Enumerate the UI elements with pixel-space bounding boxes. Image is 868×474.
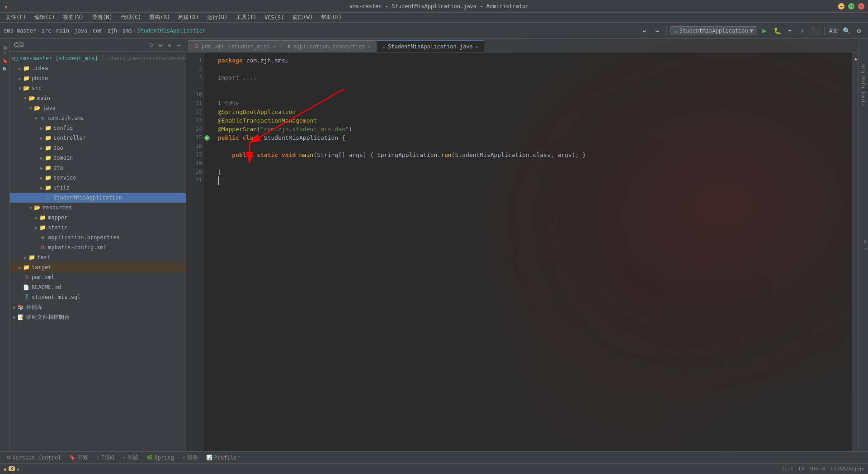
tree-scratches[interactable]: ▶ 📝 临时文件和控制台: [10, 312, 186, 322]
encoding-status[interactable]: LF: [799, 465, 805, 472]
tree-target[interactable]: ▶ 📁 target: [10, 262, 186, 272]
tree-controller[interactable]: ▶ 📁 controller: [10, 133, 186, 143]
run-button[interactable]: ▶: [759, 25, 770, 36]
scratches-arrow: ▶: [12, 315, 17, 320]
stop-button[interactable]: ⬛: [810, 25, 821, 36]
tree-package[interactable]: ▼ ◫ com.zjh.sms: [10, 113, 186, 123]
bookmarks-btn[interactable]: 🔖: [2, 58, 8, 63]
tree-test[interactable]: ▶ 📁 test: [10, 252, 186, 262]
app-selector[interactable]: ☕ StudentMisApplication ▼: [670, 26, 757, 35]
props-tab-close[interactable]: ✕: [368, 44, 370, 49]
tree-mybatis[interactable]: ▶ 🗒 mybatis-config.xml: [10, 242, 186, 252]
minimize-button[interactable]: —: [838, 3, 844, 9]
warning-status[interactable]: ▲ 3 ▲: [4, 466, 19, 472]
menu-refactor[interactable]: 重构(R): [146, 13, 174, 22]
menu-run[interactable]: 运行(U): [203, 13, 231, 22]
tree-app-props[interactable]: ▶ ⚙ application.properties: [10, 232, 186, 242]
problems-tab[interactable]: ⚠ 问题: [119, 453, 142, 462]
menu-tools[interactable]: 工具(T): [232, 13, 260, 22]
tree-static[interactable]: ▶ 📁 static: [10, 223, 186, 232]
tree-dto[interactable]: ▶ 📁 dto: [10, 163, 186, 173]
close-button[interactable]: ✕: [858, 3, 864, 9]
breadcrumb-java[interactable]: java: [75, 28, 88, 34]
panel-collapse-icon[interactable]: ⊟: [157, 42, 164, 49]
pom-tab-close[interactable]: ✕: [273, 44, 276, 49]
breadcrumb-src[interactable]: src: [41, 28, 51, 34]
menu-build[interactable]: 构建(B): [175, 13, 203, 22]
menu-vcs[interactable]: VCS(S): [261, 14, 288, 22]
coverage-button[interactable]: ☂: [784, 25, 795, 36]
tree-readme[interactable]: ▶ 📄 README.md: [10, 282, 186, 292]
breadcrumb-zjh[interactable]: zjh: [108, 28, 118, 34]
structure-btn[interactable]: ≡: [3, 50, 6, 55]
breadcrumb-sms-master[interactable]: sms-master: [4, 28, 36, 34]
redo-button[interactable]: ↪: [652, 25, 663, 36]
panel-settings-icon[interactable]: ⚙: [166, 42, 173, 49]
search-button[interactable]: 🔍: [841, 25, 852, 36]
menu-navigate[interactable]: 导航(N): [88, 13, 116, 22]
find-btn[interactable]: 🔍: [2, 67, 8, 72]
tab-props[interactable]: ⚙ application.properties ✕: [282, 40, 377, 52]
right-sidebar-icon-2[interactable]: ≡: [864, 246, 867, 251]
breadcrumb-sms[interactable]: sms: [123, 28, 132, 34]
menu-edit[interactable]: 编辑(E): [31, 13, 59, 22]
tree-resources[interactable]: ▼ 📂 resources: [10, 203, 186, 213]
panel-sync-icon[interactable]: ⟳: [148, 42, 155, 49]
code-editor[interactable]: 1 2 3 10 11 12 13 14 15 16 17 19 20 21: [186, 52, 858, 451]
info-status[interactable]: CSDN@Zhr行行: [830, 465, 864, 472]
services-tab[interactable]: ⚡ 服务: [179, 453, 202, 462]
tree-pom[interactable]: ▶ 🗒 pom.xml: [10, 272, 186, 282]
tree-config[interactable]: ▶ 📁 config: [10, 123, 186, 133]
code-content[interactable]: package com.zjh.sms; import ...; 1 个用法 @…: [212, 52, 852, 451]
code-line-1: package com.zjh.sms;: [218, 56, 846, 65]
tree-mapper[interactable]: ▶ 📁 mapper: [10, 213, 186, 223]
menu-help[interactable]: 帮助(H): [317, 13, 345, 22]
profiler-tab[interactable]: 📊 Profiler: [203, 453, 244, 462]
big-data-tools-label[interactable]: Big Data Tools: [859, 61, 867, 110]
version-control-tab[interactable]: ⑆ Version Control: [4, 453, 65, 462]
breadcrumb-com[interactable]: com: [93, 28, 103, 34]
tab-main[interactable]: ☕ StudentMisApplication.java ✕: [376, 40, 484, 52]
settings-button[interactable]: ⚙: [854, 25, 864, 36]
menu-code[interactable]: 代码(C): [117, 13, 145, 22]
tree-sql[interactable]: ▶ 🗄 student_mis.sql: [10, 292, 186, 302]
charset-status[interactable]: UTF-8: [810, 465, 825, 472]
tree-service[interactable]: ▶ 📁 service: [10, 173, 186, 183]
menu-file[interactable]: 文件(F): [2, 13, 30, 22]
spring-tab[interactable]: 🌿 Spring: [143, 453, 178, 462]
tree-dao[interactable]: ▶ 📁 dao: [10, 143, 186, 153]
main-tab-close[interactable]: ✕: [476, 44, 478, 49]
bookmarks-tab[interactable]: 🔖 书签: [66, 453, 92, 462]
panel-close-icon[interactable]: —: [175, 42, 182, 49]
java-tab-icon: ☕: [382, 44, 385, 50]
run-gutter-btn[interactable]: ▶: [204, 133, 212, 142]
tree-root[interactable]: ▼ ◫ sms-master [student_mis] C:\Users\Ad…: [10, 53, 186, 63]
breadcrumb-main[interactable]: main: [56, 28, 69, 34]
tree-java[interactable]: ▼ 📂 java: [10, 103, 186, 113]
position-status[interactable]: 21:1: [781, 465, 793, 472]
todo-tab[interactable]: ✓ TODO: [93, 453, 118, 462]
maximize-button[interactable]: □: [848, 3, 854, 9]
tree-src[interactable]: ▼ 📂 src: [10, 83, 186, 93]
undo-button[interactable]: ↩: [639, 25, 650, 36]
menu-window[interactable]: 窗口(W): [289, 13, 317, 22]
breadcrumb-class[interactable]: StudentMisApplication: [137, 28, 206, 34]
tree-photo[interactable]: ▶ 📁 photo: [10, 73, 186, 83]
tree-utils[interactable]: ▶ 📁 utils: [10, 183, 186, 193]
line-num-2: 2: [188, 65, 202, 73]
tree-main[interactable]: ▼ 📂 main: [10, 93, 186, 103]
bottom-tabs: ⑆ Version Control 🔖 书签 ✓ TODO ⚠ 问题 🌿 Spr…: [0, 451, 868, 463]
project-tool-btn[interactable]: 项: [1, 41, 9, 44]
tree-idea[interactable]: ▶ 📁 .idea: [10, 63, 186, 73]
menu-view[interactable]: 视图(V): [59, 13, 87, 22]
line-num-11: 11: [188, 99, 202, 108]
tree-external-libs[interactable]: ▶ 📚 外部库: [10, 302, 186, 312]
debug-button[interactable]: 🐛: [772, 25, 783, 36]
window-controls[interactable]: — □ ✕: [838, 3, 864, 9]
tree-domain[interactable]: ▶ 📁 domain: [10, 153, 186, 163]
translate-button[interactable]: A文: [828, 25, 839, 36]
tab-pom[interactable]: 🗒 pom.xml (student_mis) ✕: [188, 40, 282, 52]
tree-student-app[interactable]: ▶ ☕ StudentMisApplication: [10, 193, 186, 203]
right-sidebar-icon-1[interactable]: ◧: [864, 239, 867, 244]
profile-button[interactable]: ⚡: [797, 25, 808, 36]
